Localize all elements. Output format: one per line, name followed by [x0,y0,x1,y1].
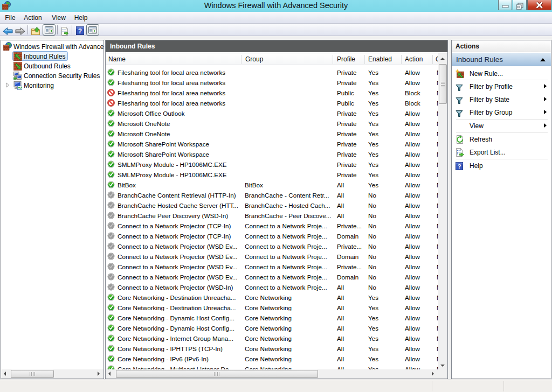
svg-text:?: ? [78,27,82,35]
svg-text:?: ? [458,163,461,170]
